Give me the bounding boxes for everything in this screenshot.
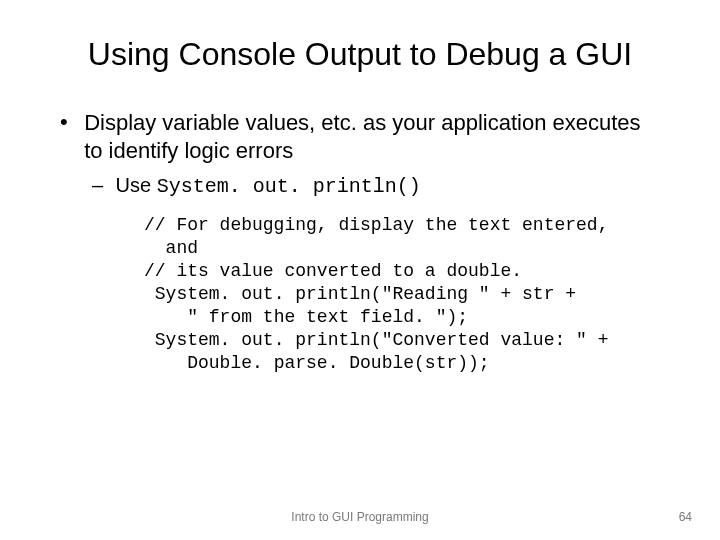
page-number: 64 — [679, 510, 692, 524]
bullet-1-text: Display variable values, etc. as your ap… — [84, 109, 644, 164]
footer-center: Intro to GUI Programming — [0, 510, 720, 524]
bullet-dot-icon: • — [60, 109, 78, 135]
bullet-dash-icon: – — [92, 174, 110, 197]
bullet-2-code: System. out. println() — [157, 175, 421, 198]
bullet-level-2: – Use System. out. println() — [92, 174, 672, 198]
bullet-2-text: Use System. out. println() — [116, 174, 421, 198]
bullet-level-1: • Display variable values, etc. as your … — [60, 109, 672, 164]
slide: Using Console Output to Debug a GUI • Di… — [0, 0, 720, 540]
bullet-2-prefix: Use — [116, 174, 157, 196]
code-block: // For debugging, display the text enter… — [144, 214, 632, 375]
slide-title: Using Console Output to Debug a GUI — [48, 36, 672, 73]
